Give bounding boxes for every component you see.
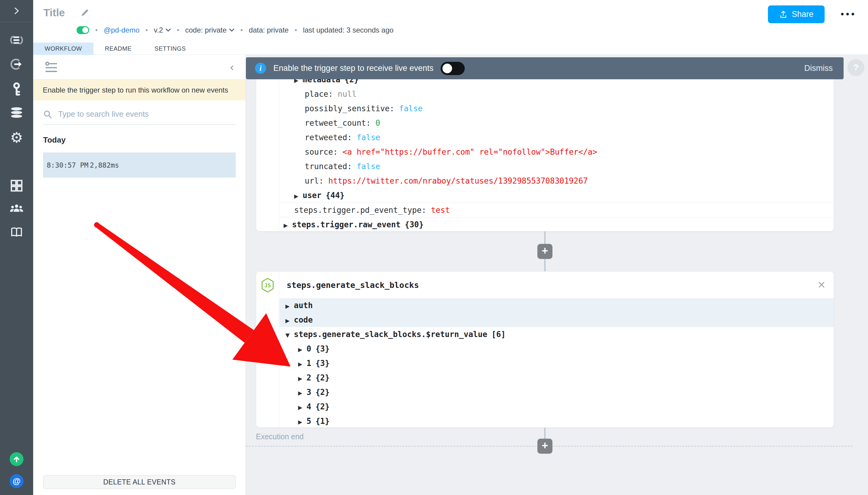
- sidebar-item-settings[interactable]: ⚙: [0, 129, 33, 146]
- sidebar-item-community[interactable]: [0, 203, 33, 215]
- workflow-canvas: Execution end ▶metadata{2}place:nullposs…: [246, 55, 868, 495]
- step-title: steps.generate_slack_blocks: [279, 272, 834, 298]
- event-source-icon: [9, 58, 24, 70]
- tree-row-truncated: truncated:false: [279, 159, 834, 174]
- sidebar-item-accounts[interactable]: [0, 82, 33, 97]
- share-icon: [779, 10, 787, 19]
- tab-settings[interactable]: SETTINGS: [143, 42, 197, 55]
- tree-row-retweet_count: retweet_count:0: [279, 116, 834, 130]
- deploy-toggle[interactable]: [76, 26, 89, 34]
- sidebar: ⚙ @: [0, 0, 33, 495]
- tree-row-4[interactable]: ▶4{2}: [279, 399, 834, 414]
- collapse-panel-button[interactable]: ‹: [230, 62, 234, 73]
- gear-icon: ⚙: [10, 129, 23, 146]
- filter-icon[interactable]: [45, 62, 58, 73]
- tree-row-3[interactable]: ▶3{2}: [279, 385, 834, 399]
- tree-row-0[interactable]: ▶0{3}: [279, 342, 834, 356]
- nodejs-icon: JS: [261, 278, 275, 294]
- search-icon: [43, 110, 52, 119]
- event-time: 8:30:57 PM: [47, 161, 90, 169]
- step-json-tree: ▶auth▶code▼steps.generate_slack_blocks.$…: [279, 298, 834, 428]
- account-link[interactable]: @pd-demo: [104, 26, 140, 34]
- search-row: [43, 109, 236, 124]
- expand-icon[interactable]: ▶: [298, 371, 307, 386]
- expand-icon[interactable]: ▶: [294, 189, 302, 204]
- page-title: Title: [44, 7, 65, 19]
- events-panel: ‹ Enable the trigger step to run this wo…: [33, 55, 246, 495]
- add-step-button[interactable]: +: [537, 439, 553, 454]
- share-button[interactable]: Share: [768, 5, 824, 23]
- tree-row-steps.generate_slack_blocks.$return_value[interactable]: ▼steps.generate_slack_blocks.$return_val…: [279, 327, 834, 342]
- chevron-right-icon: [12, 6, 21, 15]
- last-updated: last updated: 3 seconds ago: [303, 26, 393, 34]
- database-icon: [10, 107, 23, 119]
- expand-icon[interactable]: ▶: [298, 415, 307, 428]
- at-icon: @: [10, 474, 23, 488]
- execution-end-label: Execution end: [256, 432, 303, 441]
- dismiss-button[interactable]: Dismiss: [804, 64, 835, 73]
- top-bar: Title Share ••• • @pd-demo • v.2 • code:…: [33, 0, 868, 42]
- chevron-down-icon: [166, 28, 171, 32]
- sidebar-item-data-stores[interactable]: [0, 107, 33, 119]
- expand-icon[interactable]: ▶: [298, 342, 307, 357]
- tree-row-user[interactable]: ▶user{44}: [279, 188, 834, 203]
- info-icon: i: [255, 63, 266, 74]
- sidebar-item-workflows[interactable]: [0, 33, 33, 47]
- help-button[interactable]: ?: [848, 59, 864, 76]
- app: Title Share ••• • @pd-demo • v.2 • code:…: [33, 0, 868, 495]
- code-visibility-dropdown[interactable]: code: private: [185, 26, 234, 34]
- tab-workflow[interactable]: WORKFLOW: [33, 42, 93, 55]
- sidebar-item-event-sources[interactable]: [0, 58, 33, 70]
- tree-row-retweeted: retweeted:false: [279, 130, 834, 145]
- event-list-item[interactable]: 8:30:57 PM 2,882ms: [43, 153, 236, 177]
- search-input[interactable]: [58, 109, 227, 119]
- expand-icon[interactable]: ▶: [283, 218, 292, 232]
- share-label: Share: [792, 10, 813, 19]
- tree-row-auth[interactable]: ▶auth: [279, 298, 834, 313]
- add-step-button[interactable]: +: [537, 244, 553, 259]
- trigger-notice: Enable the trigger step to run this work…: [33, 80, 246, 100]
- key-icon: [12, 82, 22, 97]
- apps-grid-icon: [10, 179, 23, 192]
- version-dropdown[interactable]: v.2: [154, 26, 171, 34]
- banner-text: Enable the trigger step to receive live …: [273, 64, 433, 73]
- update-arrow-icon: [10, 452, 23, 466]
- edit-title-icon[interactable]: [81, 8, 89, 17]
- trigger-result-card: ▶metadata{2}place:nullpossibly_sensitive…: [256, 71, 834, 232]
- live-events-toggle[interactable]: [441, 62, 465, 75]
- step-gutter: [256, 71, 279, 231]
- sidebar-item-apps[interactable]: [0, 179, 33, 192]
- tree-row-1[interactable]: ▶1{3}: [279, 356, 834, 371]
- event-duration: 2,882ms: [90, 161, 119, 169]
- sidebar-expand-button[interactable]: [0, 0, 33, 22]
- code-step-card: JS × steps.generate_slack_blocks ▶auth▶c…: [256, 271, 834, 428]
- close-step-icon[interactable]: ×: [817, 278, 826, 290]
- expand-icon[interactable]: ▶: [285, 299, 294, 313]
- chevron-down-icon: [229, 28, 235, 32]
- tree-row-5[interactable]: ▶5{1}: [279, 414, 834, 428]
- expand-icon[interactable]: ▶: [298, 357, 307, 371]
- tree-row-possibly_sensitive: possibly_sensitive:false: [279, 101, 834, 116]
- delete-all-events-button[interactable]: DELETE ALL EVENTS: [43, 475, 236, 489]
- collapse-icon[interactable]: ▼: [285, 328, 294, 342]
- book-icon: [10, 226, 23, 238]
- tab-readme[interactable]: README: [93, 42, 143, 55]
- overflow-menu-button[interactable]: •••: [840, 9, 856, 19]
- sidebar-item-docs[interactable]: [0, 226, 33, 238]
- expand-icon[interactable]: ▶: [298, 386, 307, 400]
- sidebar-item-updates[interactable]: [0, 452, 33, 466]
- workflows-icon: [9, 33, 24, 47]
- tree-row-2[interactable]: ▶2{2}: [279, 371, 834, 385]
- sidebar-item-support[interactable]: @: [0, 474, 33, 488]
- workflow-meta-row: • @pd-demo • v.2 • code: private • data:…: [76, 26, 394, 34]
- expand-icon[interactable]: ▶: [285, 313, 294, 328]
- expand-icon[interactable]: ▶: [298, 400, 307, 415]
- events-group-label: Today: [43, 135, 236, 145]
- tab-bar: WORKFLOW README SETTINGS: [33, 42, 868, 55]
- tree-row-source: source:<a href="https://buffer.com" rel=…: [279, 145, 834, 159]
- tree-row-steps.trigger.raw_event[interactable]: ▶steps.trigger.raw_event{30}: [279, 217, 834, 232]
- tree-row-place: place:null: [279, 87, 834, 101]
- tree-row-code[interactable]: ▶code: [279, 313, 834, 327]
- data-visibility: data: private: [249, 26, 289, 34]
- live-events-banner: i Enable the trigger step to receive liv…: [246, 57, 844, 79]
